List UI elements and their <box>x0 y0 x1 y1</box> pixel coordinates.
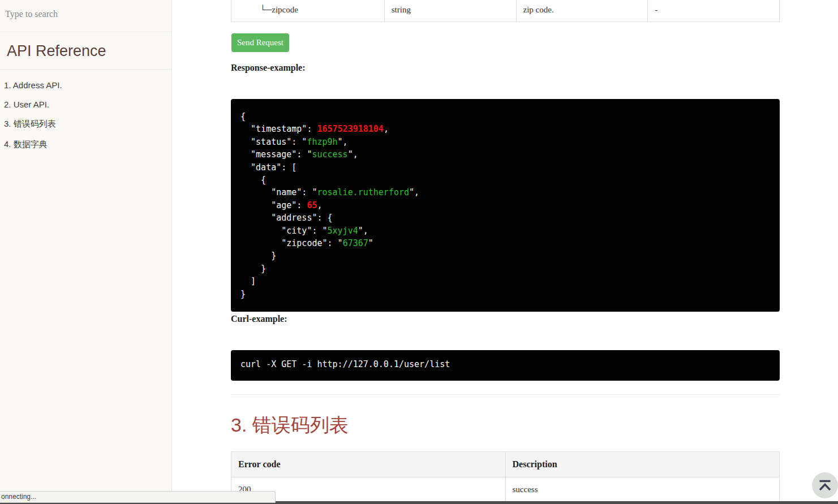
browser-status-bar: onnecting... <box>0 491 276 503</box>
search-box <box>0 0 171 32</box>
sidebar-item-2[interactable]: 2. User API. <box>4 95 171 114</box>
search-input[interactable] <box>4 8 169 20</box>
curl-code-block: curl -X GET -i http://127.0.0.1/user/lis… <box>231 350 780 381</box>
curl-example-label: Curl-example: <box>231 314 287 324</box>
param-cell: └─zipcode <box>231 0 385 21</box>
param-cell: - <box>648 0 779 21</box>
parameter-table-row: └─zipcodestringzip code.- <box>231 0 780 22</box>
param-cell: string <box>385 0 517 21</box>
sidebar-title-wrap: API Reference <box>0 32 171 70</box>
error-code-table: Error codeDescription 200success <box>231 451 780 502</box>
sidebar-item-4[interactable]: 4. 数据字典 <box>4 135 171 155</box>
sidebar-title: API Reference <box>7 42 106 59</box>
section-divider <box>231 394 780 395</box>
table-row: 200success <box>231 477 780 502</box>
error-table-header: Error code <box>231 452 506 477</box>
sidebar-item-1[interactable]: 1. Address API. <box>4 76 171 95</box>
back-to-top-button[interactable] <box>812 472 838 498</box>
param-cell: zip code. <box>517 0 648 21</box>
error-table-header: Description <box>505 452 780 477</box>
response-example-label: Response-example: <box>231 63 306 73</box>
send-request-button[interactable]: Send Request <box>231 33 289 52</box>
scroll-to-top-icon <box>818 480 832 492</box>
error-list-heading: 3. 错误码列表 <box>231 412 349 438</box>
sidebar-item-3[interactable]: 3. 错误码列表 <box>4 114 171 135</box>
main-content: └─zipcodestringzip code.- Send Request R… <box>231 0 780 504</box>
response-code-block: { "timestamp": 1657523918104, "status": … <box>231 99 780 312</box>
error-table-cell: success <box>505 477 780 502</box>
sidebar-nav: 1. Address API.2. User API.3. 错误码列表4. 数据… <box>0 70 171 155</box>
sidebar: API Reference 1. Address API.2. User API… <box>0 0 172 504</box>
